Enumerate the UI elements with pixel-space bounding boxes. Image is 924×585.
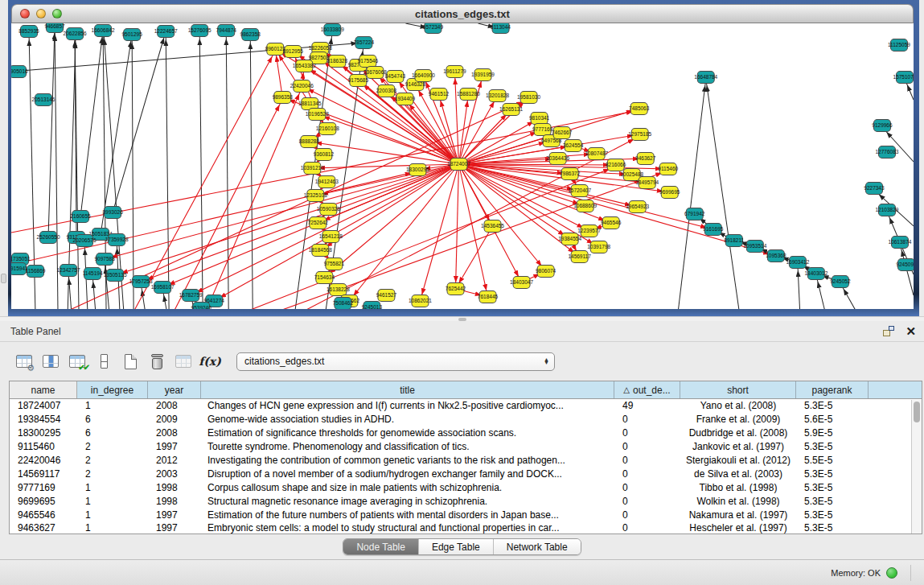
graph-edge — [458, 164, 487, 297]
tab-edge-table[interactable]: Edge Table — [419, 539, 494, 554]
table-row[interactable]: 1872400712008Changes of HCN gene express… — [10, 399, 922, 413]
table-row[interactable]: 911546021997Tourette syndrome. Phenomeno… — [10, 440, 922, 454]
graph-node-label: 10196528 — [306, 111, 329, 117]
network-canvas[interactable]: 1872400789601238912955182260589827503165… — [11, 23, 914, 309]
graph-node-label: 22420046 — [290, 83, 314, 89]
graph-node-label: 9146328 — [405, 81, 426, 87]
network-table-select[interactable]: citations_edges.txt ▲▼ — [236, 352, 555, 371]
table-row[interactable]: 946362711997Embryonic stem cells: a mode… — [10, 521, 922, 534]
graph-edge — [275, 49, 282, 97]
graph-node-label: 1934409 — [395, 96, 416, 101]
table-cell: 9777169 — [10, 482, 77, 493]
graph-node-label: 15751074 — [893, 74, 914, 80]
graph-node-label: 7154634 — [314, 274, 335, 280]
close-panel-icon[interactable]: ✕ — [906, 325, 916, 337]
import-table-icon[interactable] — [172, 350, 195, 373]
graph-node-label: 18403012 — [804, 270, 827, 276]
table-cell: 1 — [77, 400, 148, 411]
row-height-icon[interactable] — [92, 350, 115, 373]
column-header-short[interactable]: short — [680, 381, 796, 398]
graph-node-label: 8918211 — [724, 237, 744, 243]
graph-node-label: 12239577 — [577, 228, 601, 233]
table-settings-icon[interactable]: ⚙ — [13, 350, 35, 373]
graph-node-label: 7625442 — [446, 286, 466, 291]
float-panel-icon[interactable] — [883, 326, 894, 336]
graph-node-label: 10025488 — [620, 171, 643, 177]
table-cell: Corpus callosum shape and size in male p… — [201, 482, 614, 493]
table-cell: 22420046 — [10, 455, 77, 466]
memory-status-indicator[interactable] — [886, 567, 897, 579]
graph-node-label: 19391959 — [471, 72, 495, 77]
table-cell: Investigating the contribution of common… — [201, 455, 614, 466]
minimize-window-button[interactable] — [36, 9, 46, 19]
table-cell: Nakamura et al. (1997) — [680, 509, 796, 521]
graph-node-label: 9161695 — [703, 226, 724, 232]
column-header-title[interactable]: title — [201, 381, 614, 398]
graph-node-label: 8912955 — [283, 48, 304, 54]
table-row[interactable]: 1938455462009Genome-wide association stu… — [10, 413, 922, 426]
graph-node-label: 7986372 — [560, 171, 581, 176]
table-row[interactable]: 1456911722003Disruption of a novel membe… — [10, 467, 922, 480]
close-window-button[interactable] — [20, 9, 30, 19]
graph-node-label: 7508462 — [333, 300, 354, 306]
graph-node-label: 9501295 — [121, 31, 142, 37]
column-header-pagerank[interactable]: pagerank — [796, 381, 869, 398]
graph-node-label: 1735051 — [11, 256, 31, 262]
column-header-out_de[interactable]: △out_de... — [614, 381, 680, 398]
divider-handle-icon[interactable] — [458, 318, 466, 321]
graph-node-label: 10862021 — [409, 298, 432, 303]
table-cell: 5.9E-5 — [796, 427, 869, 439]
select-columns-icon[interactable] — [39, 350, 62, 373]
network-view-area: citations_edges.txt 18724007896012389129… — [0, 0, 924, 316]
graph-node-label: 18403047 — [510, 279, 533, 285]
window-titlebar[interactable]: citations_edges.txt — [11, 4, 914, 23]
column-header-year[interactable]: year — [148, 381, 201, 398]
table-cell: 5.3E-5 — [796, 400, 869, 411]
panel-collapse-handle[interactable] — [1, 274, 6, 283]
graph-node-label: 15881280 — [457, 91, 480, 97]
graph-node-label: 5572349 — [423, 24, 444, 30]
split-pane-divider[interactable] — [0, 316, 924, 321]
graph-node-label: 8993026 — [102, 209, 123, 215]
graph-node-label: 8216066 — [606, 162, 626, 167]
table-row[interactable]: 2242004622012Investigating the contribut… — [10, 454, 922, 468]
graph-node-label: 12975185 — [628, 131, 651, 137]
graph-node-label: 9539240 — [191, 305, 212, 309]
delete-icon[interactable] — [146, 350, 168, 373]
table-tabbar: Node TableEdge TableNetwork Table — [0, 534, 924, 559]
window-resize-grip[interactable] — [910, 565, 916, 581]
table-cell: 0 — [614, 522, 680, 534]
table-row[interactable]: 969969511998Structural magnetic resonanc… — [10, 494, 922, 508]
table-panel-title: Table Panel — [10, 326, 883, 337]
tab-network-table[interactable]: Network Table — [494, 539, 581, 554]
graph-node-label: 17957253 — [129, 278, 153, 284]
table-cell: 0 — [614, 455, 680, 466]
column-header-name[interactable]: name — [10, 381, 77, 398]
zoom-window-button[interactable] — [52, 9, 62, 19]
function-icon[interactable]: f(x) — [199, 350, 221, 373]
graph-node-label: 9699695 — [659, 189, 680, 195]
table-cell: Hescheler et al. (1997) — [680, 522, 796, 534]
vertical-scrollbar[interactable] — [911, 400, 922, 534]
table-cell: Tibbo et al. (1998) — [680, 482, 796, 493]
graph-node-label: 7857224 — [354, 39, 375, 45]
graph-edge — [317, 114, 458, 164]
graph-node-label: 18495794 — [635, 179, 659, 185]
graph-edge — [455, 164, 458, 289]
new-file-icon[interactable] — [119, 350, 142, 373]
graph-node-label: 8852935 — [18, 28, 39, 34]
table-cell: Yano et al. (2008) — [680, 400, 796, 411]
scrollbar-thumb[interactable] — [914, 402, 920, 422]
table-row[interactable]: 946554611997Estimation of the future num… — [10, 508, 922, 521]
column-header-in_degree[interactable]: in_degree — [77, 381, 148, 398]
table-cell: 19384554 — [10, 414, 77, 425]
column-checks-icon[interactable]: ✔✔ — [66, 350, 88, 373]
table-row[interactable]: 1830029562008Estimation of significance … — [10, 426, 922, 440]
tab-node-table[interactable]: Node Table — [343, 539, 419, 554]
table-cell: Estimation of significance thresholds fo… — [201, 427, 614, 439]
table-row[interactable]: 977716911998Corpus callosum shape and si… — [10, 480, 922, 494]
graph-edge — [113, 31, 166, 212]
table-cell: Structural magnetic resonance image aver… — [201, 496, 614, 507]
graph-node-label: 6791942 — [684, 211, 705, 216]
graph-node-label: 23676068 — [363, 69, 387, 75]
